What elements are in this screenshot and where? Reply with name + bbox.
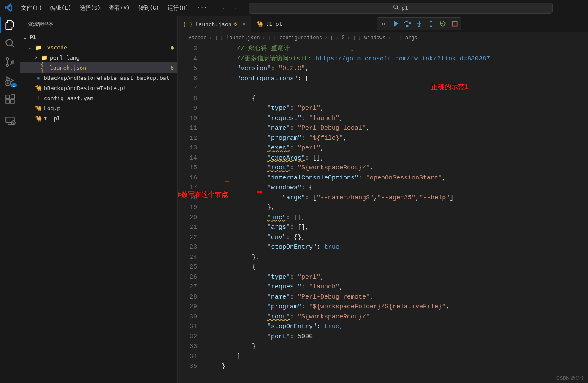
sidebar-more-icon[interactable]: ··· (160, 21, 170, 27)
debug-badge: 1 (11, 83, 17, 87)
breadcrumb-sep: › (325, 35, 328, 41)
breadcrumb-sep: › (262, 35, 265, 41)
source-control-icon[interactable] (5, 57, 16, 68)
tree-item[interactable]: !config_asst.yaml (20, 93, 177, 103)
menu-file[interactable]: 文件(F) (18, 3, 45, 14)
search-icon (393, 4, 399, 11)
nav-arrows: ← → (223, 5, 236, 11)
extensions-icon[interactable] (5, 94, 16, 105)
json-icon: { } (41, 61, 48, 74)
breadcrumb-item[interactable]: { } 0 (330, 35, 344, 41)
menu-goto[interactable]: 转到(G) (135, 3, 163, 14)
menu-view[interactable]: 查看(V) (106, 3, 133, 14)
nav-back-icon[interactable]: ← (223, 5, 226, 11)
drag-handle-icon[interactable]: ⠿ (380, 20, 387, 27)
modified-count: 6 (171, 65, 177, 71)
breadcrumb-item[interactable]: [ ] args (394, 35, 417, 41)
svg-point-3 (6, 64, 8, 66)
svg-rect-15 (452, 21, 457, 26)
breadcrumb-sep: › (347, 35, 350, 41)
menu-bar: 文件(F) 编辑(E) 选择(S) 查看(V) 转到(G) 运行(R) ··· (18, 3, 210, 14)
title-bar: 文件(F) 编辑(E) 选择(S) 查看(V) 转到(G) 运行(R) ··· … (0, 0, 588, 16)
breadcrumb[interactable]: .vscode›{ } launch.json›[ ] configuratio… (178, 32, 588, 43)
vscode-logo-icon (3, 3, 14, 13)
breadcrumb-item[interactable]: [ ] configurations (268, 35, 322, 41)
file-name: perl-lang (50, 54, 177, 61)
file-name: t1.pl (44, 115, 177, 122)
step-out-icon[interactable] (427, 20, 435, 27)
svg-point-12 (406, 25, 408, 27)
menu-more[interactable]: ··· (194, 3, 210, 14)
svg-point-0 (394, 5, 398, 9)
nav-forward-icon[interactable]: → (233, 5, 236, 11)
line-gutter: 3456789101112131415161718192021222324252… (178, 43, 206, 383)
search-icon[interactable] (5, 38, 16, 49)
breadcrumb-sep: › (209, 35, 212, 41)
svg-point-1 (6, 39, 12, 46)
folder-icon: 📁 (35, 44, 42, 51)
remote-icon[interactable] (5, 115, 16, 126)
menu-select[interactable]: 选择(S) (76, 3, 104, 14)
chevron-icon: › (35, 54, 41, 60)
file-name: Log.pl (44, 105, 177, 111)
modified-dot: ● (171, 44, 177, 51)
command-center[interactable]: p1 (249, 3, 553, 14)
code-content[interactable]: // 您心得 皇ี竜计 。 //更多信息请访问visit: https://go… (206, 43, 588, 383)
menu-run[interactable]: 运行(R) (164, 3, 192, 14)
debug-toolbar[interactable]: ⠿ (377, 17, 461, 30)
tree-item[interactable]: 🐪bBackupAndRestoreTable.pl (20, 83, 177, 93)
breadcrumb-item[interactable]: { } windows (353, 35, 386, 41)
step-over-icon[interactable] (404, 20, 411, 27)
search-text: p1 (401, 5, 408, 11)
chevron-icon: ⌄ (29, 44, 35, 50)
highlight-box (310, 187, 470, 197)
tree-item[interactable]: ▣bBackupAndRestoreTable_asst_backup.bat (20, 73, 177, 83)
code-editor[interactable]: 3456789101112131415161718192021222324252… (178, 43, 588, 383)
svg-rect-7 (6, 100, 10, 103)
watermark: CSDN @[.]*? (556, 375, 584, 380)
svg-rect-9 (11, 95, 15, 98)
file-tree: ⌄ P1 ⌄📁.vscode●›📁perl-lang{ }launch.json… (20, 32, 177, 383)
svg-point-4 (11, 61, 14, 63)
annotation-correct-example: 正确的示范1 (431, 82, 469, 92)
file-name: bBackupAndRestoreTable_asst_backup.bat (44, 75, 177, 81)
chevron-down-icon: ⌄ (24, 34, 30, 40)
svg-point-13 (418, 26, 420, 27)
breadcrumb-sep: › (388, 35, 391, 41)
svg-rect-6 (6, 95, 10, 99)
perl-icon: 🐪 (35, 85, 42, 91)
perl-icon: 🐪 (35, 105, 42, 111)
json-icon: { } (183, 21, 192, 27)
tab-label: t1.pl (266, 21, 282, 27)
svg-point-2 (6, 58, 8, 60)
breadcrumb-item[interactable]: .vscode (185, 35, 207, 41)
folder-root[interactable]: ⌄ P1 (20, 32, 177, 42)
restart-icon[interactable] (439, 20, 447, 27)
yaml-icon: ! (35, 95, 42, 101)
step-into-icon[interactable] (415, 20, 423, 27)
folder-icon: 📁 (41, 54, 48, 61)
bat-icon: ▣ (35, 75, 42, 81)
menu-edit[interactable]: 编辑(E) (47, 3, 74, 14)
editor-tab[interactable]: { }launch.json6× (178, 16, 251, 32)
editor-tab[interactable]: 🐪t1.pl (251, 16, 287, 32)
breadcrumb-item[interactable]: { } launch.json (215, 35, 260, 41)
svg-point-14 (430, 26, 431, 27)
perl-icon: 🐪 (256, 21, 263, 27)
arrow-1-icon: ➡ (224, 178, 230, 188)
editor-area: { }launch.json6×🐪t1.pl ⠿ .vscode›{ } lau… (178, 16, 588, 383)
continue-icon[interactable] (392, 20, 399, 27)
tree-item[interactable]: 🐪Log.pl (20, 103, 177, 113)
svg-rect-8 (11, 100, 14, 103)
close-icon[interactable]: × (242, 21, 246, 27)
tree-item[interactable]: ⌄📁.vscode● (20, 42, 177, 52)
sidebar-header: 资源管理器 ··· (20, 16, 177, 32)
perl-icon: 🐪 (35, 115, 42, 122)
explorer-icon[interactable] (5, 19, 16, 30)
file-name: launch.json (50, 65, 171, 71)
run-debug-icon[interactable]: 1 (5, 75, 16, 86)
stop-icon[interactable] (451, 20, 458, 27)
tree-item[interactable]: { }launch.json6 (20, 62, 177, 73)
tree-item[interactable]: 🐪t1.pl (20, 113, 177, 123)
sidebar: 资源管理器 ··· ⌄ P1 ⌄📁.vscode●›📁perl-lang{ }l… (20, 16, 178, 383)
